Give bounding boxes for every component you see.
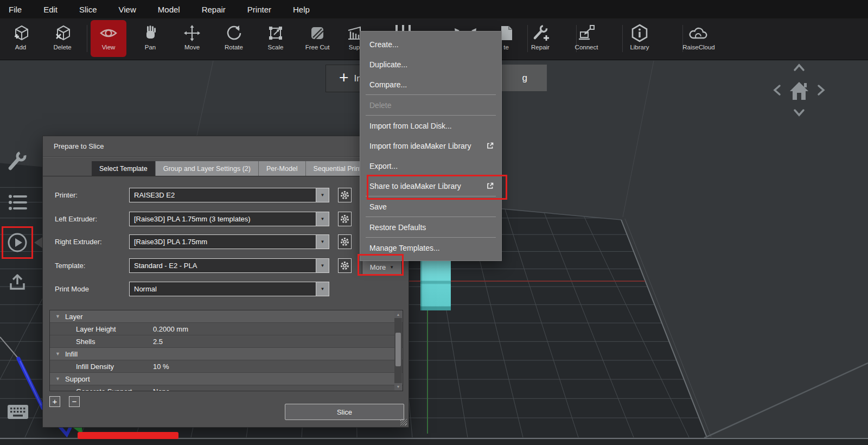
collapse-triangle-icon[interactable]: ▼ — [55, 314, 63, 319]
dialog-tabs: Select Template Group and Layer Settings… — [92, 161, 371, 176]
menu-file[interactable]: File — [9, 5, 22, 14]
left-extruder-row: Left Extruder: [Raise3D] PLA 1.75mm (3 t… — [43, 212, 409, 226]
toolbar-move-button[interactable]: Move — [174, 20, 210, 57]
collapse-triangle-icon[interactable]: ▼ — [55, 351, 63, 357]
gear-icon — [340, 261, 349, 270]
menu-bar: File Edit Slice View Model Repair Printe… — [0, 0, 868, 18]
hand-icon — [141, 24, 159, 42]
scrollbar-thumb[interactable] — [395, 333, 401, 366]
menu-item-create[interactable]: Create... — [360, 34, 501, 54]
toolbar-pan-button[interactable]: Pan — [132, 20, 168, 57]
left-extruder-select[interactable]: [Raise3D] PLA 1.75mm (3 templates) ▼ — [129, 212, 329, 226]
printer-select[interactable]: RAISE3D E2 ▼ — [129, 188, 329, 202]
toolbar-scale-button[interactable]: Scale — [258, 20, 293, 57]
scroll-up-icon[interactable]: ▲ — [394, 311, 402, 318]
menu-item-duplicate[interactable]: Duplicate... — [360, 54, 501, 74]
home-icon[interactable] — [788, 79, 810, 103]
menu-item-import-ideamaker-library[interactable]: Import from ideaMaker Library — [360, 136, 501, 156]
gear-icon — [340, 237, 349, 246]
object-list-icon[interactable] — [7, 192, 28, 213]
slice-button[interactable]: Slice — [285, 404, 404, 420]
tab-select-template[interactable]: Select Template — [92, 161, 156, 176]
toolbar-delete-button[interactable]: Delete — [44, 20, 80, 57]
secondary-top-button-label: g — [522, 73, 527, 84]
dropdown-arrow-icon[interactable]: ▼ — [316, 259, 329, 272]
scale-icon — [266, 24, 285, 42]
settings-group-layer[interactable]: ▼ Layer — [50, 310, 403, 323]
settings-group-infill[interactable]: ▼ Infill — [50, 348, 403, 360]
menu-edit[interactable]: Edit — [43, 5, 58, 14]
menu-help[interactable]: Help — [293, 5, 310, 14]
menu-item-delete: Delete — [360, 95, 501, 115]
settings-row-infill-density[interactable]: Infill Density 10 % — [50, 360, 403, 373]
printer-settings-gear-button[interactable] — [338, 188, 352, 202]
eye-icon — [99, 24, 118, 42]
toolbar-library-button[interactable]: Library — [622, 20, 658, 57]
dialog-resize-grip[interactable] — [400, 419, 407, 425]
delete-cube-icon — [53, 24, 72, 42]
bed-front-right-edge — [704, 363, 868, 438]
menu-slice[interactable]: Slice — [79, 5, 97, 14]
settings-row-layer-height[interactable]: Layer Height 0.2000 mm — [50, 323, 403, 335]
library-hexagon-icon — [630, 24, 649, 42]
dropdown-arrow-icon[interactable]: ▼ — [316, 212, 329, 226]
template-select[interactable]: Standard - E2 - PLA ▼ — [129, 258, 329, 273]
right-extruder-select[interactable]: [Raise3D] PLA 1.75mm ▼ — [129, 234, 329, 249]
connect-icon — [577, 24, 596, 42]
menu-printer[interactable]: Printer — [247, 5, 271, 14]
dropdown-arrow-icon[interactable]: ▼ — [316, 282, 329, 296]
chevron-left-icon[interactable] — [773, 84, 781, 96]
menu-repair[interactable]: Repair — [202, 5, 226, 14]
template-gear-button[interactable] — [338, 258, 352, 273]
settings-scrollbar[interactable]: ▲ ▼ — [394, 311, 402, 390]
toolbar-add-button[interactable]: Add — [3, 20, 39, 57]
settings-group-support[interactable]: ▼ Support — [50, 373, 403, 385]
menu-item-restore-defaults[interactable]: Restore Defaults — [360, 217, 501, 237]
tab-per-model[interactable]: Per-Model — [259, 161, 306, 176]
plus-icon: + — [339, 68, 349, 87]
external-link-icon — [486, 142, 494, 150]
print-mode-select[interactable]: Normal ▼ — [129, 282, 329, 296]
toolbar-rotate-button[interactable]: Rotate — [216, 20, 252, 57]
export-upload-icon[interactable] — [7, 271, 28, 293]
toolbar-free-cut-button[interactable]: Free Cut — [298, 20, 337, 57]
menu-model[interactable]: Model — [158, 5, 180, 14]
add-setting-button[interactable]: + — [49, 396, 60, 407]
remove-setting-button[interactable]: − — [69, 396, 80, 407]
menu-view[interactable]: View — [119, 5, 136, 14]
toolbar-raisecloud-button[interactable]: RaiseCloud — [677, 20, 720, 57]
collapse-triangle-icon[interactable]: ▼ — [55, 376, 63, 382]
view-navigation-pad — [769, 61, 829, 120]
dropdown-arrow-icon[interactable]: ▼ — [316, 188, 329, 202]
chevron-up-icon[interactable] — [793, 63, 805, 72]
menu-item-compare[interactable]: Compare... — [360, 74, 501, 94]
toolbar-view-button[interactable]: View — [91, 20, 126, 57]
right-extruder-row: Right Extruder: [Raise3D] PLA 1.75mm ▼ — [43, 234, 409, 249]
scroll-down-icon[interactable]: ▼ — [394, 383, 402, 390]
rotate-arrows-icon — [225, 24, 243, 42]
keyboard-icon[interactable] — [7, 403, 29, 421]
settings-wrench-icon[interactable] — [7, 151, 28, 173]
left-extruder-gear-button[interactable] — [338, 212, 352, 226]
gear-icon — [340, 190, 349, 200]
chevron-down-icon[interactable] — [793, 109, 805, 117]
settings-row-shells[interactable]: Shells 2.5 — [50, 335, 403, 348]
chevron-right-icon[interactable] — [817, 84, 826, 96]
tab-group-layer-settings[interactable]: Group and Layer Settings (2) — [156, 161, 259, 176]
right-extruder-gear-button[interactable] — [338, 234, 352, 249]
gear-icon — [340, 214, 349, 224]
settings-row-generate-support[interactable]: Generate Support None — [50, 385, 403, 391]
toolbar-connect-button[interactable]: Connect — [569, 20, 604, 57]
add-cube-icon — [11, 24, 30, 42]
model-object[interactable] — [420, 259, 451, 310]
print-mode-row: Print Mode Normal ▼ — [43, 282, 409, 296]
toolbar-repair-button[interactable]: Repair — [522, 20, 558, 57]
dialog-pointer-arrow — [34, 237, 42, 248]
dropdown-arrow-icon[interactable]: ▼ — [316, 235, 329, 249]
menu-item-export[interactable]: Export... — [360, 156, 501, 176]
menu-item-import-local-disk[interactable]: Import from Local Disk... — [360, 116, 501, 136]
annotation-box-more-button — [358, 254, 404, 276]
cloud-icon — [688, 24, 709, 42]
template-row: Template: Standard - E2 - PLA ▼ — [43, 258, 409, 273]
repair-wrench-icon — [531, 24, 550, 42]
